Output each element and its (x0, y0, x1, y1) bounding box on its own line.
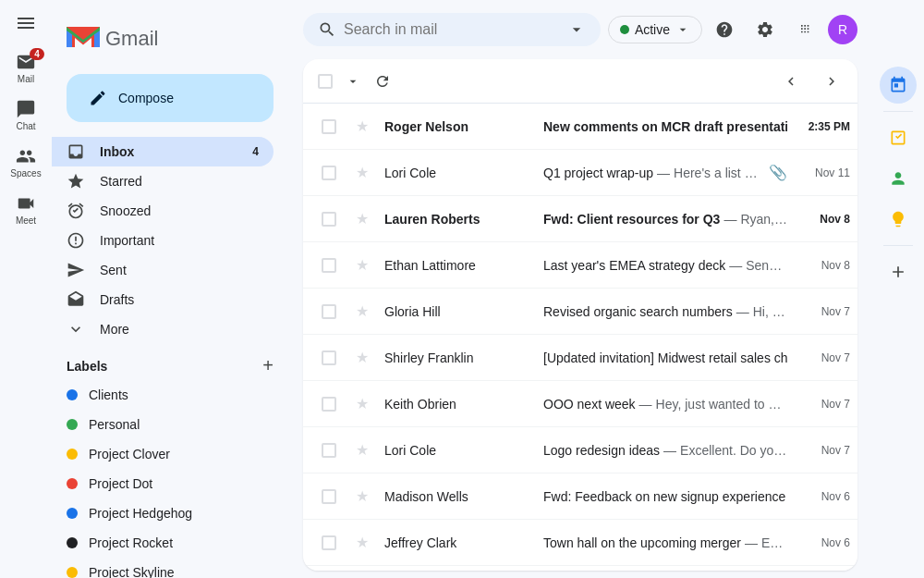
help-button[interactable] (706, 11, 743, 48)
nav-item-important[interactable]: Important (52, 226, 274, 255)
apps-button[interactable] (787, 11, 824, 48)
email-row[interactable]: ★ Keith Obrien OOO next week — Hey, just… (303, 381, 857, 427)
label-text-personal: Personal (89, 417, 140, 432)
email-row[interactable]: ★ Shirley Franklin [Updated invitation] … (303, 335, 857, 381)
email-star[interactable]: ★ (356, 302, 369, 320)
label-item-project-clover[interactable]: Project Clover (52, 439, 274, 469)
email-row[interactable]: ★ Lori Cole Q1 project wrap-up — Here's … (303, 150, 857, 196)
email-star[interactable]: ★ (356, 117, 369, 135)
meet-label: Meet (16, 215, 36, 226)
email-dash: — (745, 535, 758, 550)
email-row[interactable]: ★ Gloria Hill Revised organic search num… (303, 289, 857, 335)
email-star[interactable]: ★ (356, 395, 369, 412)
labels-list: Clients Personal Project Clover Project … (52, 380, 288, 578)
email-star[interactable]: ★ (356, 210, 369, 228)
select-chevron-icon (346, 74, 360, 89)
select-dropdown-button[interactable] (342, 67, 364, 96)
email-row[interactable]: ★ Lauren Roberts Fwd: Client resources f… (303, 196, 857, 242)
nav-item-drafts[interactable]: Drafts (52, 285, 274, 314)
email-toolbar (303, 59, 857, 104)
email-snippet: Here's a list of all the top challenges … (674, 166, 761, 180)
email-checkbox[interactable] (322, 212, 336, 227)
email-meta: Nov 7 (787, 398, 850, 411)
nav-label-snoozed: Snoozed (100, 203, 259, 218)
email-checkbox[interactable] (322, 489, 336, 504)
right-panel-tasks[interactable] (880, 119, 917, 156)
side-icon-bar: Mail 4 Chat Spaces Meet (0, 0, 52, 578)
sidebar-item-spaces[interactable]: Spaces (4, 141, 48, 184)
sidebar-item-meet[interactable]: Meet (4, 188, 48, 231)
email-sender: Madison Wells (377, 489, 543, 504)
active-status-button[interactable]: Active (608, 16, 702, 43)
hamburger-menu-button[interactable] (4, 7, 48, 39)
label-item-clients[interactable]: Clients (52, 380, 274, 410)
active-dot (620, 25, 629, 34)
nav-item-snoozed[interactable]: Snoozed (52, 196, 274, 226)
nav-item-sent[interactable]: Sent (52, 255, 274, 285)
email-star[interactable]: ★ (356, 164, 369, 181)
search-filter-icon[interactable] (567, 20, 586, 39)
label-item-project-dot[interactable]: Project Dot (52, 469, 274, 498)
email-checkbox[interactable] (322, 258, 336, 273)
label-item-project-skyline[interactable]: Project Skyline (52, 558, 274, 578)
email-checkbox[interactable] (322, 443, 336, 458)
main-sidebar: Gmail Compose Inbox 4 Starred Snoozed Im… (52, 0, 288, 578)
email-checkbox[interactable] (322, 350, 336, 365)
right-panel-contacts[interactable] (880, 160, 917, 197)
email-row[interactable]: ★ Roger Nelson Two pics from the confere… (303, 566, 857, 571)
sidebar-item-chat[interactable]: Chat (4, 93, 48, 137)
email-meta: Nov 6 (787, 490, 850, 503)
nav-more-button[interactable]: More (52, 314, 288, 344)
right-panel-calendar[interactable] (880, 67, 917, 104)
refresh-button[interactable] (368, 67, 397, 96)
nav-item-inbox[interactable]: Inbox 4 (52, 137, 274, 166)
email-checkbox[interactable] (322, 397, 336, 412)
email-checkbox[interactable] (322, 166, 336, 180)
email-sender: Ethan Lattimore (377, 258, 543, 273)
email-date: Nov 7 (795, 444, 850, 457)
email-checkbox[interactable] (322, 535, 336, 550)
gmail-text: Gmail (105, 27, 158, 51)
settings-button[interactable] (747, 11, 784, 48)
email-star[interactable]: ★ (356, 534, 369, 551)
select-all-checkbox-box (318, 74, 333, 89)
email-body: Last year's EMEA strategy deck — Sending… (543, 258, 787, 273)
email-star[interactable]: ★ (356, 349, 369, 366)
email-checkbox-area (310, 166, 347, 180)
email-sender: Keith Obrien (377, 397, 543, 412)
label-dot-personal (67, 419, 78, 430)
search-bar[interactable] (303, 13, 601, 46)
email-checkbox[interactable] (322, 304, 336, 319)
email-meta: Nov 8 (787, 213, 850, 226)
email-star[interactable]: ★ (356, 256, 369, 274)
label-text-clients: Clients (89, 387, 128, 402)
email-meta: Nov 6 (787, 536, 850, 549)
email-star-area: ★ (347, 441, 377, 459)
email-row[interactable]: ★ Madison Wells Fwd: Feedback on new sig… (303, 473, 857, 520)
next-page-button[interactable] (813, 63, 850, 100)
label-item-personal[interactable]: Personal (52, 410, 274, 439)
right-panel-add[interactable] (880, 253, 917, 290)
email-star[interactable]: ★ (356, 441, 369, 459)
add-label-button[interactable]: + (262, 355, 274, 376)
user-avatar[interactable]: R (828, 15, 857, 44)
email-row[interactable]: ★ Lori Cole Logo redesign ideas — Excell… (303, 427, 857, 473)
select-all-checkbox[interactable] (310, 67, 340, 96)
label-item-project-rocket[interactable]: Project Rocket (52, 528, 274, 558)
email-checkbox[interactable] (322, 119, 336, 134)
email-checkbox-area (310, 489, 347, 504)
email-row[interactable]: ★ Ethan Lattimore Last year's EMEA strat… (303, 242, 857, 289)
nav-item-starred[interactable]: Starred (52, 166, 274, 196)
email-row[interactable]: ★ Roger Nelson New comments on MCR draft… (303, 104, 857, 150)
prev-page-icon (783, 73, 799, 90)
label-item-project-hedgehog[interactable]: Project Hedgehog (52, 498, 274, 528)
compose-button[interactable]: Compose (67, 74, 274, 122)
email-star[interactable]: ★ (356, 487, 369, 505)
email-row[interactable]: ★ Jeffrey Clark Town hall on the upcomin… (303, 520, 857, 566)
nav-label-important: Important (100, 233, 259, 248)
right-panel-keep[interactable] (880, 201, 917, 238)
prev-page-button[interactable] (772, 63, 809, 100)
sidebar-item-mail[interactable]: Mail 4 (4, 46, 48, 90)
email-checkbox-area (310, 119, 347, 134)
search-input[interactable] (344, 21, 560, 38)
